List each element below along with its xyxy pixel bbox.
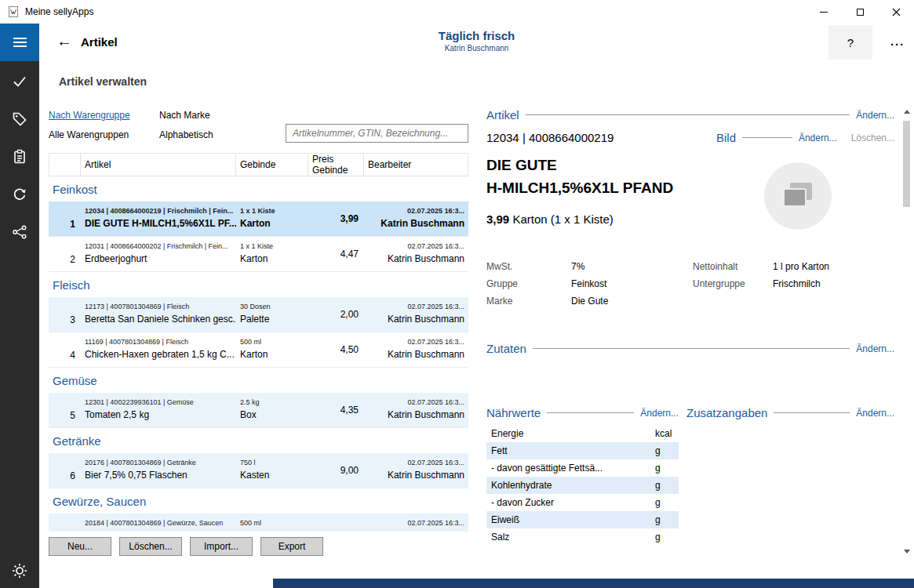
cell-gebinde: 500 ml [236,514,308,532]
cell-gebinde: 30 Dosen Palette [236,297,308,332]
table-row[interactable]: 5 12301 | 4002239936101 | Gemüse Tomaten… [49,393,468,428]
nutrient-name: Salz [486,532,655,543]
sidebar-item-sync[interactable] [10,185,29,203]
row-number: 1 [49,201,81,236]
edit-date: 02.07.2025 16:3... [364,519,464,527]
edit-date: 02.07.2025 16:3... [364,303,464,310]
cell-artikel: 12031 | 4008664000202 | Frischmilch | Fe… [81,237,236,271]
column-header-bearbeiter[interactable]: Bearbeiter [364,154,468,176]
info-value: Frischmilch [773,278,894,289]
row-number: 3 [49,297,81,332]
gebinde-name: Karton [240,349,308,360]
gebinde-meta: 2.5 kg [240,398,308,406]
filter-alle-warengruppen[interactable]: Alle Warengruppen [49,129,129,140]
table-row[interactable]: 4 11169 | 4007801304869 | Fleisch Chicke… [49,332,468,368]
group-header[interactable]: Fleisch [49,272,468,297]
nutrient-name: Eiweiß [486,514,655,525]
image-placeholder-icon [781,181,815,211]
column-header-preis-line1: Preis [312,154,363,165]
scroll-up-arrow-icon[interactable] [904,110,910,114]
article-group: Fleisch 3 12173 | 4007801304869 | Fleisc… [49,272,468,368]
row-number: 6 [49,453,81,488]
group-header[interactable]: Gewürze, Saucen [49,488,468,514]
table-row[interactable]: 6 20176 | 4007801304869 | Getränke Bier … [49,453,468,488]
delete-button[interactable]: Löschen... [119,537,182,556]
maximize-icon [857,9,864,16]
help-button[interactable]: ? [828,25,872,60]
info-label: Marke [486,296,571,307]
table-row[interactable]: 3 12173 | 4007801304869 | Fleisch Berett… [49,297,468,332]
group-header[interactable]: Getränke [49,428,468,453]
table-row[interactable]: 2 12031 | 4008664000202 | Frischmilch | … [49,237,468,272]
sidebar-item-tags[interactable] [10,110,29,128]
nutrient-unit: kcal [655,428,679,439]
gebinde-name: Karton [240,253,308,264]
sidebar-item-articles[interactable] [10,147,29,165]
sidebar-item-share[interactable] [10,223,29,241]
filter-alphabetisch[interactable]: Alphabetisch [159,129,213,140]
artikel-name: Beretta San Daniele Schinken gesc... [85,314,236,325]
filter-by-marke[interactable]: Nach Marke [159,110,210,121]
filter-by-warengruppe[interactable]: Nach Warengruppe [49,110,130,121]
export-button[interactable]: Export [260,537,323,556]
section-zusatzangaben-label: Zusatzangaben [686,406,767,419]
search-input[interactable] [286,124,468,143]
scroll-down-arrow-icon[interactable] [904,550,910,554]
menu-button[interactable] [0,24,39,61]
page-title: Artikel [81,35,118,49]
change-naehrwerte-link[interactable]: Ändern... [640,408,679,419]
article-name: DIE GUTE H-MILCH1,5%6X1L PFAND [486,154,757,199]
column-header-gebinde[interactable]: Gebinde [236,154,308,176]
article-name-line1: DIE GUTE [486,154,757,176]
nutrition-row: Eiweiß g [486,511,679,528]
new-button[interactable]: Neu... [49,537,111,556]
cell-preis [308,514,364,532]
section-zusatzangaben: Zusatzangaben Ändern... [686,406,894,419]
delete-bild-link[interactable]: Löschen... [851,132,894,143]
section-naehrwerte: Nährwerte Ändern... [486,406,679,419]
artikel-id-row: 12034 | 4008664000219 Bild Ändern... Lös… [486,131,894,144]
group-header[interactable]: Feinkost [49,176,468,201]
import-button[interactable]: Import... [190,537,253,556]
sidebar-nav [10,72,29,241]
edit-date: 02.07.2025 16:3... [364,398,464,406]
table-row[interactable]: 7 20184 | 4007801304869 | Gewürze, Sauce… [49,514,468,532]
cell-artikel: 12034 | 4008664000219 | Frischmilch | Fe… [81,201,236,236]
article-image-placeholder [764,162,832,230]
more-button[interactable]: ··· [890,38,905,51]
cell-gebinde: 500 ml Karton [236,332,308,367]
artikel-meta: 12173 | 4007801304869 | Fleisch [85,303,236,310]
editor-name: Katrin Buschmann [364,470,464,481]
edit-date: 02.07.2025 16:3... [364,207,464,215]
artikel-name: DIE GUTE H-MILCH1,5%6X1L PF... [85,218,236,229]
close-button[interactable] [878,0,914,24]
section-artikel: Artikel Ändern... [486,108,894,122]
cell-artikel: 20176 | 4007801304869 | Getränke Bier 7,… [81,453,236,488]
vertical-scrollbar[interactable] [901,108,912,555]
sidebar-item-tasks[interactable] [10,72,29,90]
column-header-preis[interactable]: Preis Gebinde [308,154,364,176]
table-row[interactable]: 1 12034 | 4008664000219 | Frischmilch | … [49,201,468,237]
minimize-button[interactable] [806,0,842,24]
article-list-body: Feinkost 1 12034 | 4008664000219 | Frisc… [49,176,468,532]
sidebar-item-settings[interactable] [10,561,29,579]
change-bild-link[interactable]: Ändern... [799,132,837,143]
cell-gebinde: 2.5 kg Box [236,393,308,427]
change-zutaten-link[interactable]: Ändern... [856,343,894,354]
nutrient-unit: g [655,532,679,543]
price-unit: Karton (1 x 1 Kiste) [512,212,613,226]
scrollbar-thumb[interactable] [903,121,910,207]
edit-date: 02.07.2025 16:3... [364,338,464,346]
change-artikel-link[interactable]: Ändern... [856,110,894,121]
column-header-preis-line2: Gebinde [312,165,363,176]
back-button[interactable]: ← [56,32,72,49]
section-zutaten: Zutaten Ändern... [486,342,894,355]
column-header-artikel[interactable]: Artikel [81,154,236,176]
change-zusatzangaben-link[interactable]: Ändern... [856,408,894,419]
sync-icon [12,187,27,202]
maximize-button[interactable] [842,0,878,24]
section-divider-line [742,137,792,138]
group-header[interactable]: Gemüse [49,368,468,393]
gebinde-meta: 500 ml [240,338,308,346]
cell-preis: 3,99 [308,201,364,236]
